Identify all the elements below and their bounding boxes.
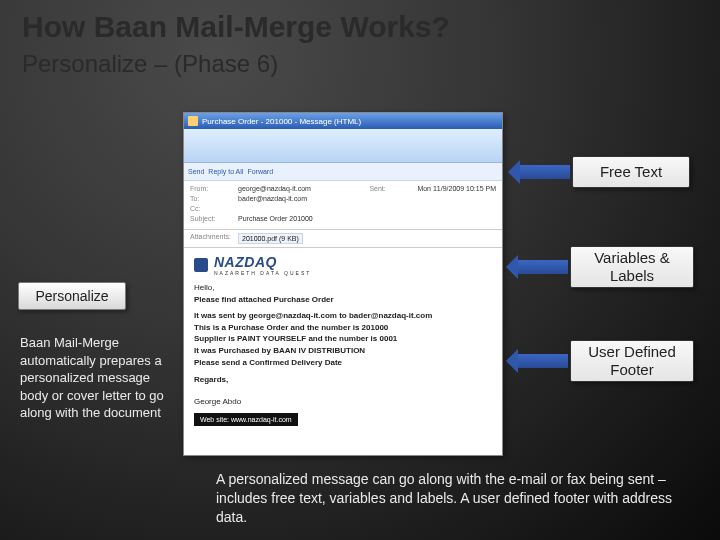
message-body: NAZDAQ NAZARETH DATA QUEST Hello, Please… <box>184 248 502 432</box>
msg-line-4: Supplier is PAINT YOURSELF and the numbe… <box>194 333 492 345</box>
arrow-free-text <box>520 165 570 179</box>
msg-hello: Hello, <box>194 282 492 294</box>
to-label: To: <box>190 195 232 202</box>
callout-free-text: Free Text <box>572 156 690 188</box>
logo-subtext: NAZARETH DATA QUEST <box>214 270 311 276</box>
subject-value: Purchase Order 201000 <box>238 215 313 222</box>
email-screenshot: Purchase Order - 201000 - Message (HTML)… <box>183 112 503 456</box>
from-label: From: <box>190 185 232 192</box>
sent-value: Mon 11/9/2009 10:15 PM <box>417 185 496 192</box>
to-value: bader@nazdaq-it.com <box>238 195 307 202</box>
callout-personalize: Personalize <box>18 282 126 310</box>
toolbar-send: Send <box>188 168 204 175</box>
from-value: george@nazdaq-it.com <box>238 185 311 192</box>
window-titlebar: Purchase Order - 201000 - Message (HTML) <box>184 113 502 129</box>
attachment-label: Attachments: <box>190 233 232 244</box>
slide-title: How Baan Mail-Merge Works? <box>22 10 450 44</box>
toolbar-forward: Forward <box>247 168 273 175</box>
app-icon <box>188 116 198 126</box>
toolbar: Send Reply to All Forward <box>184 163 502 181</box>
cc-label: Cc: <box>190 205 232 212</box>
msg-line-6: Please send a Confirmed Delivery Date <box>194 357 492 369</box>
header-rows: From:george@nazdaq-it.comSent:Mon 11/9/2… <box>184 181 502 229</box>
attachment-file: 201000.pdf (9 KB) <box>238 233 303 244</box>
sent-label: Sent: <box>369 185 411 192</box>
msg-line-2: It was sent by george@nazdaq-it.com to b… <box>194 310 492 322</box>
msg-line-5: It was Purchased by BAAN IV DISTRIBUTION <box>194 345 492 357</box>
window-title: Purchase Order - 201000 - Message (HTML) <box>202 117 361 126</box>
subject-label: Subject: <box>190 215 232 222</box>
arrow-variables-labels <box>518 260 568 274</box>
msg-line-1: Please find attached Purchase Order <box>194 294 492 306</box>
attachment-row: Attachments: 201000.pdf (9 KB) <box>184 229 502 248</box>
msg-line-3: This is a Purchase Order and the number … <box>194 322 492 334</box>
user-footer-bar: Web site: www.nazdaq-it.com <box>194 413 298 426</box>
logo-icon <box>194 258 208 272</box>
msg-regards: Regards, <box>194 374 492 386</box>
slide-subtitle: Personalize – (Phase 6) <box>22 50 278 78</box>
callout-variables-labels: Variables & Labels <box>570 246 694 288</box>
left-description: Baan Mail-Merge automatically prepares a… <box>20 334 180 422</box>
msg-signature: George Abdo <box>194 396 492 408</box>
bottom-description: A personalized message can go along with… <box>216 470 686 527</box>
callout-user-defined-footer: User Defined Footer <box>570 340 694 382</box>
logo-text: NAZDAQ <box>214 254 311 270</box>
toolbar-reply-all: Reply to All <box>208 168 243 175</box>
ribbon-bar <box>184 129 502 163</box>
arrow-user-defined-footer <box>518 354 568 368</box>
